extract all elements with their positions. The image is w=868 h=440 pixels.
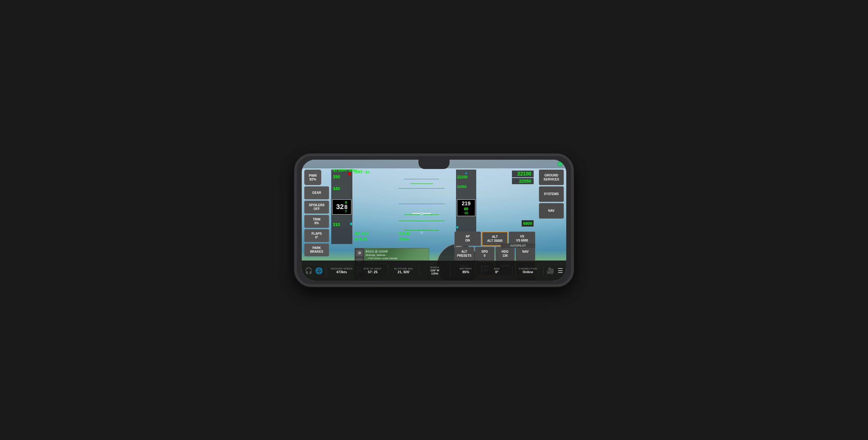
ap-alt-presets-button[interactable]: ALTPRESETS (455, 247, 474, 261)
alt-agl-value: 21, 926' (398, 270, 410, 274)
right-panel: GROUNDSERVICES SYSTEMS NAV (539, 170, 564, 218)
ap-hdg-button[interactable]: HDG136 (495, 247, 515, 261)
ete-stat: ETE TO DEST 57: 25 (357, 266, 389, 275)
ete-value: 57: 25 (368, 270, 377, 274)
battery-label: BATTERY (460, 267, 472, 270)
speed-340: 340 (333, 186, 340, 191)
bottom-right-icons: 🎥 ☰ (544, 261, 566, 281)
phone-shell: N1 100% 60fps PWR 92% GEAR SPOILERS OFF … (294, 154, 574, 287)
left-panel: PWR 92% GEAR SPOILERS OFF TRIM 0% FLAPS … (304, 170, 329, 257)
ground-speed-value: 473kts (336, 270, 347, 274)
alt-agl-label: ALTITUDE AGL (394, 267, 413, 270)
speed-tape: 350 340 320 310 32 9 8 7 (331, 170, 352, 244)
alt-agl-stat: ALTITUDE AGL 21, 926' (389, 266, 420, 275)
connection-stat: CONNECTION Online (513, 266, 544, 275)
connection-value: Online (523, 270, 533, 274)
bottom-stats: GROUND SPEED 473kts ETE TO DEST 57: 25 A… (326, 261, 544, 281)
ap-nav-button[interactable]: NAV (516, 247, 535, 261)
ground-speed-stat: GROUND SPEED 473kts (326, 266, 357, 275)
winds-stat: WINDS 115° M11kts (420, 265, 451, 276)
speed-bug-value: 9 (345, 201, 347, 204)
ete-label: ETE TO DEST (364, 267, 382, 270)
winds-value: 115° M11kts (430, 269, 439, 275)
flaps-button[interactable]: FLAPS 0° (304, 229, 329, 242)
nav-button[interactable]: NAV (539, 203, 564, 218)
volume-button (294, 181, 296, 199)
compass-3: 3 (443, 247, 444, 249)
pitch-line-up4 (404, 179, 439, 179)
ap-on-button[interactable]: APON (455, 232, 481, 246)
gear-button[interactable]: GEAR (304, 187, 329, 199)
aoa-stat: AOA 0° (482, 266, 513, 275)
winds-heading: 11kts (398, 237, 410, 242)
connection-label: CONNECTION (519, 267, 537, 270)
current-speed-box: 32 9 8 7 (332, 199, 351, 214)
spoilers-button[interactable]: SPOILERS OFF (304, 201, 329, 214)
flight-path-marker: ○ (420, 230, 423, 235)
globe-icon[interactable]: 🌐 (315, 267, 323, 274)
ap-mode-numbers: 22100 22050 (512, 171, 534, 184)
heading-mag: 115°M (398, 231, 410, 237)
left-wing (412, 213, 420, 214)
winds-label: WINDS (430, 266, 439, 269)
systems-button[interactable]: SYSTEMS (539, 187, 564, 202)
status-dot (558, 162, 562, 167)
trim-button[interactable]: TRIM 0% (304, 215, 329, 228)
ap-spd-button[interactable]: SPD0 (475, 247, 495, 261)
menu-icon[interactable]: ☰ (558, 267, 563, 274)
right-wing (423, 213, 431, 214)
park-brakes-button[interactable]: PARK BRAKES (304, 243, 329, 257)
pitch-line-down1 (399, 221, 445, 221)
speed-350: 350 (333, 174, 340, 179)
ap-alt-mid: 22050 (512, 178, 534, 184)
speed-limit-marker (348, 172, 351, 175)
aoa-label: AOA (494, 267, 499, 270)
pitch-line-up2 (399, 188, 445, 189)
map-aircraft-label: BS101 @ 22200ft (366, 249, 397, 253)
headset-icon[interactable]: 🎧 (305, 267, 313, 274)
pwr-button[interactable]: PWR 92% (304, 170, 321, 185)
aircraft-reference: △ (412, 210, 431, 216)
ap-grid-row2: ALTPRESETS SPD0 HDG136 NAV (455, 247, 535, 261)
ground-speed-label: GROUND SPEED (331, 267, 353, 270)
aoa-value: 0° (495, 270, 499, 274)
battery-value: 85% (462, 270, 469, 274)
alt-selected-display: 6800 (522, 220, 534, 227)
bottom-icons: 🎧 🌐 (302, 261, 326, 281)
speed-310: 310 (333, 222, 340, 227)
heading-display: 115°M 11kts (398, 231, 410, 242)
gs-display: GS 473 M 0.76 (354, 231, 368, 242)
gs-value: GS 473 (354, 231, 368, 237)
phone-screen: N1 100% 60fps PWR 92% GEAR SPOILERS OFF … (302, 160, 566, 281)
ap-alt-top: 22100 (512, 171, 534, 177)
speed-trim-indicator: 7 (345, 210, 347, 213)
ground-services-button[interactable]: GROUNDSERVICES (539, 170, 564, 185)
current-speed-value: 32 (336, 203, 344, 211)
pitch-line-up1 (399, 204, 445, 204)
pitch-line-up3 (410, 183, 433, 184)
map-traffic-info: Mulenga_Mpikula... (366, 253, 397, 257)
notch (418, 160, 450, 169)
bottom-bar: 🎧 🌐 GROUND SPEED 473kts ETE TO DEST 57: … (302, 261, 566, 281)
n1-display: N1 100% 60fps (333, 168, 358, 172)
mach-value: M 0.76 (354, 237, 368, 242)
autopilot-label: AUTOPILOT (501, 243, 535, 248)
speed-ref-marker (350, 223, 352, 225)
camera-icon[interactable]: 🎥 (547, 267, 554, 274)
aircraft-triangle: △ (420, 210, 424, 215)
map-settings-btn[interactable]: ⚙ (356, 249, 363, 257)
speed-digit: 8 (344, 204, 347, 210)
map-traffic-info2: ...77W 532kts 21NM 29240ft (366, 257, 397, 260)
battery-stat: BATTERY 85% (451, 266, 482, 275)
